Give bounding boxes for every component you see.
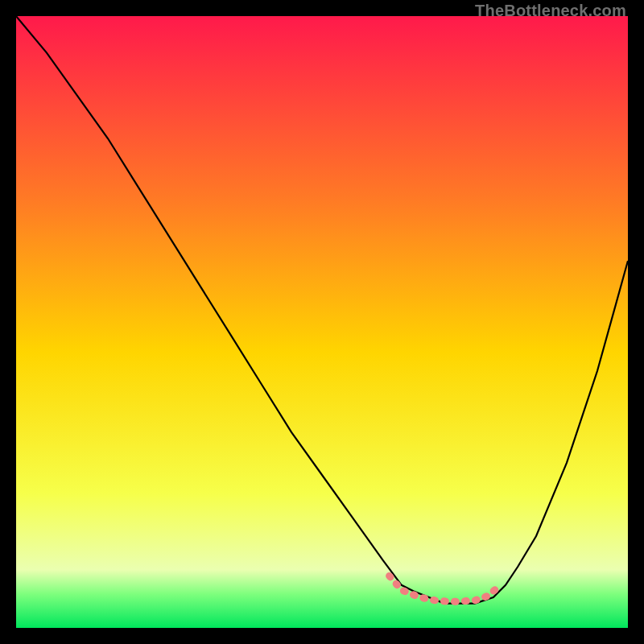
chart-svg [16, 16, 628, 628]
watermark-text: TheBottleneck.com [475, 2, 626, 20]
chart-frame [16, 16, 628, 628]
